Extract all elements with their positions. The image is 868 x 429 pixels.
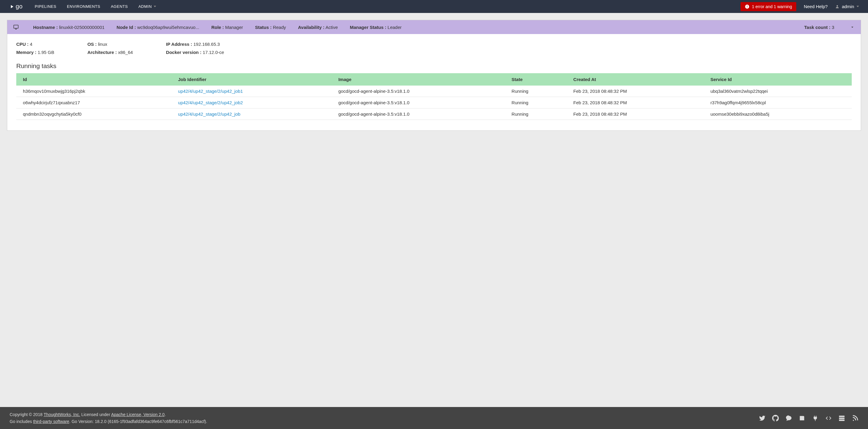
col-image: Image — [332, 73, 505, 86]
task-count-field: Task count 3 — [804, 25, 834, 30]
node-panel-body: CPU 4 Memory 1.95 GB OS linux Architectu… — [7, 34, 861, 130]
col-service: Service Id — [704, 73, 852, 86]
nav-agents[interactable]: AGENTS — [111, 4, 128, 9]
cell-created: Feb 23, 2018 08:48:32 PM — [567, 108, 704, 120]
go-logo-icon — [9, 4, 14, 9]
cell-service: r37h9ag0ffqm4j9655lx58cpl — [704, 97, 852, 108]
alert-icon — [745, 4, 749, 9]
job-link[interactable]: up42/4/up42_stage/2/up42_job2 — [178, 100, 243, 105]
svg-rect-1 — [747, 5, 747, 7]
col-job: Job Identifier — [172, 73, 332, 86]
svg-rect-2 — [747, 7, 747, 7]
manager-status-field: Manager Status Leader — [350, 25, 402, 30]
table-row: o6why4dcirjufz71qxuabnz17up42/4/up42_sta… — [16, 97, 852, 108]
user-icon — [835, 4, 839, 9]
cell-image: gocd/gocd-agent-alpine-3.5:v18.1.0 — [332, 97, 505, 108]
need-help-link[interactable]: Need Help? — [804, 4, 828, 9]
ip-detail: IP Address 192.168.65.3 — [166, 41, 224, 47]
chevron-down-icon[interactable] — [850, 25, 855, 30]
cell-state: Running — [505, 86, 567, 97]
nav-admin-label: ADMIN — [138, 4, 152, 9]
table-header-row: Id Job Identifier Image State Created At… — [16, 73, 852, 86]
cell-job: up42/4/up42_stage/2/up42_job2 — [172, 97, 332, 108]
hostname-field: Hostname linuxkit-025000000001 — [33, 25, 104, 30]
logo-text: go — [16, 3, 23, 10]
svg-point-3 — [837, 5, 838, 7]
cell-service: ubq3al360vatm2wlsp22tqqei — [704, 86, 852, 97]
arch-detail: Architecture x86_64 — [87, 50, 133, 55]
cell-id: o6why4dcirjufz71qxuabnz17 — [16, 97, 172, 108]
docker-detail: Docker version 17.12.0-ce — [166, 50, 224, 55]
cell-state: Running — [505, 108, 567, 120]
cell-image: gocd/gocd-agent-alpine-3.5:v18.1.0 — [332, 86, 505, 97]
cell-created: Feb 23, 2018 08:48:32 PM — [567, 86, 704, 97]
col-id: Id — [16, 73, 172, 86]
cell-state: Running — [505, 97, 567, 108]
table-row: h36mqov10muxbwjg316pj2qbkup42/4/up42_sta… — [16, 86, 852, 97]
nav-pipelines[interactable]: PIPELINES — [35, 4, 56, 9]
running-tasks-title: Running tasks — [16, 62, 852, 70]
logo[interactable]: go — [9, 3, 23, 10]
cell-image: gocd/gocd-agent-alpine-3.5:v18.1.0 — [332, 108, 505, 120]
cell-job: up42/4/up42_stage/2/up42_job — [172, 108, 332, 120]
availability-field: Availability Active — [298, 25, 338, 30]
col-created: Created At — [567, 73, 704, 86]
node-panel-header[interactable]: Hostname linuxkit-025000000001 Node Id w… — [7, 20, 861, 34]
details-grid: CPU 4 Memory 1.95 GB OS linux Architectu… — [16, 41, 852, 55]
chevron-down-icon — [857, 6, 859, 7]
cell-id: qndmbn32oqvgchytia5ky0cf0 — [16, 108, 172, 120]
table-row: qndmbn32oqvgchytia5ky0cf0up42/4/up42_sta… — [16, 108, 852, 120]
status-field: Status Ready — [255, 25, 286, 30]
role-field: Role Manager — [211, 25, 243, 30]
job-link[interactable]: up42/4/up42_stage/2/up42_job — [178, 111, 241, 117]
nav-environments[interactable]: ENVIRONMENTS — [67, 4, 100, 9]
nav-admin[interactable]: ADMIN — [138, 4, 156, 9]
error-badge-text: 1 error and 1 warning — [752, 4, 792, 9]
cpu-detail: CPU 4 — [16, 41, 54, 47]
top-nav: go PIPELINES ENVIRONMENTS AGENTS ADMIN 1… — [0, 0, 868, 13]
nodeid-field: Node Id wc9doq06ap9wui5ehmcavuo... — [117, 25, 199, 30]
cell-service: uoomse30ebbi9xazo0d8iba5j — [704, 108, 852, 120]
monitor-icon — [13, 24, 19, 30]
job-link[interactable]: up42/4/up42_stage/2/up42_job1 — [178, 89, 243, 94]
nav-links: PIPELINES ENVIRONMENTS AGENTS ADMIN — [35, 4, 741, 9]
os-detail: OS linux — [87, 41, 133, 47]
nav-right: 1 error and 1 warning Need Help? admin — [741, 2, 859, 11]
error-warning-badge[interactable]: 1 error and 1 warning — [741, 2, 796, 11]
chevron-down-icon — [154, 6, 156, 7]
cell-created: Feb 23, 2018 08:48:32 PM — [567, 97, 704, 108]
node-panel: Hostname linuxkit-025000000001 Node Id w… — [7, 20, 861, 131]
tasks-table: Id Job Identifier Image State Created At… — [16, 73, 852, 120]
user-menu[interactable]: admin — [835, 4, 859, 9]
cell-id: h36mqov10muxbwjg316pj2qbk — [16, 86, 172, 97]
svg-rect-4 — [14, 25, 19, 28]
col-state: State — [505, 73, 567, 86]
memory-detail: Memory 1.95 GB — [16, 50, 54, 55]
cell-job: up42/4/up42_stage/2/up42_job1 — [172, 86, 332, 97]
user-name: admin — [842, 4, 854, 9]
main-wrapper: Hostname linuxkit-025000000001 Node Id w… — [0, 13, 868, 138]
